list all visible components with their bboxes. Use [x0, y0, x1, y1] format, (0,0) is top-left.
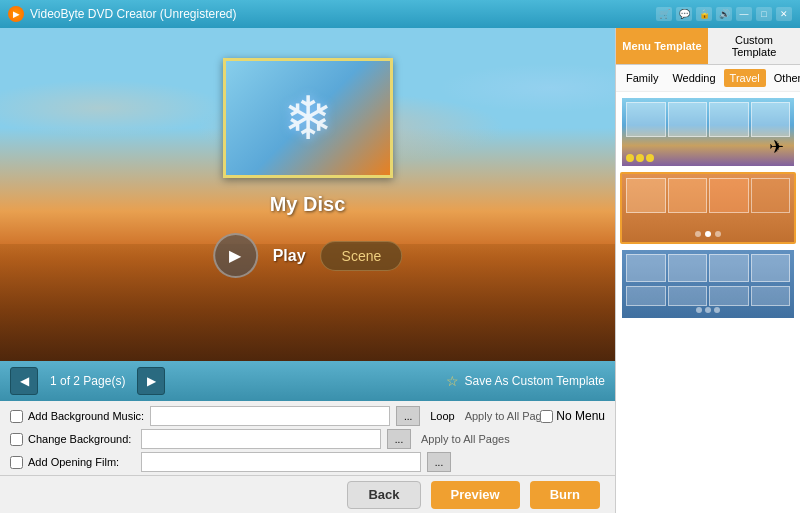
disc-thumbnail: ❄	[223, 58, 393, 178]
background-music-row: Add Background Music: ... Loop Apply to …	[10, 406, 605, 426]
no-menu-label: No Menu	[556, 409, 605, 423]
photo-cell	[626, 286, 666, 306]
settings-button[interactable]: 🔒	[696, 7, 712, 21]
photo-cell	[668, 178, 708, 213]
photo-cell	[751, 102, 791, 137]
play-button[interactable]: ▶	[213, 233, 258, 278]
opening-film-row: Add Opening Film: ...	[10, 452, 605, 472]
page-indicator: 1 of 2 Page(s)	[50, 374, 125, 388]
action-bar: Back Preview Burn	[0, 475, 615, 513]
star-icon: ☆	[446, 373, 459, 389]
no-menu-container: No Menu	[540, 409, 605, 423]
template-2-dots	[695, 231, 721, 237]
background-music-checkbox[interactable]	[10, 410, 23, 423]
opening-film-checkbox[interactable]	[10, 456, 23, 469]
template-item-3[interactable]	[620, 248, 796, 320]
template-3-bot-photos	[626, 286, 790, 306]
template-1-photos	[626, 102, 790, 137]
help-button[interactable]: 💬	[676, 7, 692, 21]
cat-others[interactable]: Others	[768, 69, 800, 87]
window-min-button[interactable]: —	[736, 7, 752, 21]
dot	[705, 307, 711, 313]
photo-cell	[709, 254, 749, 282]
background-music-browse[interactable]: ...	[396, 406, 420, 426]
menu-template-tab[interactable]: Menu Template	[616, 28, 708, 64]
app-icon: ▶	[8, 6, 24, 22]
star-dot-2	[636, 154, 644, 162]
cat-travel[interactable]: Travel	[724, 69, 766, 87]
minimize-button[interactable]: 🛒	[656, 7, 672, 21]
photo-cell	[626, 102, 666, 137]
star-dot-3	[646, 154, 654, 162]
dot-active	[705, 231, 711, 237]
disc-title: My Disc	[270, 193, 346, 216]
save-template-label: Save As Custom Template	[464, 374, 605, 388]
template-3-top-photos	[626, 254, 790, 282]
window-close-button[interactable]: ✕	[776, 7, 792, 21]
change-background-label: Change Background:	[10, 433, 135, 446]
burn-button[interactable]: Burn	[530, 481, 600, 509]
template-panel: Menu Template Custom Template Family Wed…	[615, 28, 800, 513]
title-bar: ▶ VideoByte DVD Creator (Unregistered) 🛒…	[0, 0, 800, 28]
template-thumbnail-2	[622, 174, 794, 242]
prev-page-button[interactable]: ◀	[10, 367, 38, 395]
change-background-browse[interactable]: ...	[387, 429, 411, 449]
apply-all-pages-2[interactable]: Apply to All Pages	[421, 433, 510, 445]
window-max-button[interactable]: □	[756, 7, 772, 21]
cat-family[interactable]: Family	[620, 69, 664, 87]
photo-cell	[751, 178, 791, 213]
play-label: Play	[273, 247, 306, 265]
change-background-row: Change Background: ... Apply to All Page…	[10, 429, 605, 449]
volume-button[interactable]: 🔊	[716, 7, 732, 21]
scene-button[interactable]: Scene	[321, 241, 403, 271]
loop-label: Loop	[430, 410, 454, 422]
template-2-photos	[626, 178, 790, 213]
dot	[714, 307, 720, 313]
cat-wedding[interactable]: Wedding	[666, 69, 721, 87]
play-controls: ▶ Play Scene	[213, 233, 403, 278]
opening-film-browse[interactable]: ...	[427, 452, 451, 472]
photo-cell	[751, 254, 791, 282]
save-template-button[interactable]: ☆ Save As Custom Template	[446, 373, 605, 389]
no-menu-checkbox[interactable]	[540, 410, 553, 423]
preview-button[interactable]: Preview	[431, 481, 520, 509]
opening-film-input[interactable]	[141, 452, 421, 472]
nav-arrows: ◀ 1 of 2 Page(s) ▶	[10, 367, 165, 395]
background-music-label: Add Background Music:	[10, 410, 144, 423]
options-section: No Menu Add Background Music: ... Loop A…	[0, 401, 615, 475]
change-background-checkbox[interactable]	[10, 433, 23, 446]
change-background-input[interactable]	[141, 429, 381, 449]
preview-content: ❄ My Disc ▶ Play Scene	[0, 28, 615, 361]
category-tabs: Family Wedding Travel Others ▶	[616, 65, 800, 92]
custom-template-tab[interactable]: Custom Template	[708, 28, 800, 64]
photo-cell	[668, 254, 708, 282]
template-item-1[interactable]: ✈	[620, 96, 796, 168]
background-music-input[interactable]	[150, 406, 390, 426]
nav-bar: ◀ 1 of 2 Page(s) ▶ ☆ Save As Custom Temp…	[0, 361, 615, 401]
photo-cell	[709, 178, 749, 213]
template-3-dots	[696, 307, 720, 313]
main-layout: ❄ My Disc ▶ Play Scene ◀ 1 of 2 Page(s) …	[0, 28, 800, 513]
template-thumbnail-1: ✈	[622, 98, 794, 166]
template-thumbnail-3	[622, 250, 794, 318]
template-tabs: Menu Template Custom Template	[616, 28, 800, 65]
plane-icon: ✈	[769, 136, 784, 158]
preview-panel: ❄ My Disc ▶ Play Scene ◀ 1 of 2 Page(s) …	[0, 28, 615, 513]
window-controls[interactable]: 🛒 💬 🔒 🔊 — □ ✕	[656, 7, 792, 21]
opening-film-label: Add Opening Film:	[10, 456, 135, 469]
dot	[715, 231, 721, 237]
template-item-2[interactable]	[620, 172, 796, 244]
photo-cell	[709, 286, 749, 306]
back-button[interactable]: Back	[347, 481, 420, 509]
next-page-button[interactable]: ▶	[137, 367, 165, 395]
photo-cell	[626, 254, 666, 282]
photo-cell	[751, 286, 791, 306]
photo-cell	[668, 286, 708, 306]
snowflake-icon: ❄	[283, 83, 333, 153]
photo-cell	[668, 102, 708, 137]
stars-decoration	[626, 154, 654, 162]
photo-cell	[709, 102, 749, 137]
photo-cell	[626, 178, 666, 213]
dot	[695, 231, 701, 237]
template-list: ✈	[616, 92, 800, 513]
